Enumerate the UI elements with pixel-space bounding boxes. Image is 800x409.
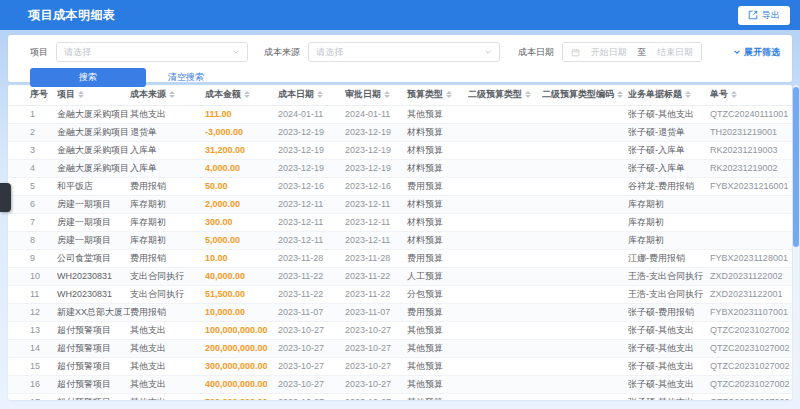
cell-doc-title: 张子硕-其他支出 bbox=[628, 321, 710, 339]
cell-cost-date: 2023-12-11 bbox=[278, 213, 345, 231]
cell-doc-title: 王浩-支出合同执行 bbox=[628, 267, 710, 285]
sort-icon[interactable] bbox=[446, 88, 452, 101]
cell-index: 14 bbox=[8, 339, 57, 357]
export-icon bbox=[748, 10, 758, 20]
cell-project: 新建XX总部大厦工程二期 bbox=[57, 303, 130, 321]
sort-icon[interactable] bbox=[384, 88, 390, 101]
table-row: 3金融大厦采购项目入库单31,200.002023-12-192023-12-1… bbox=[8, 141, 792, 159]
column-label: 二级预算类型 bbox=[468, 89, 522, 99]
cell-cost-amount: 100,000,000.00 bbox=[205, 321, 278, 339]
sort-icon[interactable] bbox=[169, 88, 175, 101]
column-header-cost-amount[interactable]: 成本金额 bbox=[205, 85, 278, 105]
sort-icon[interactable] bbox=[525, 88, 531, 101]
cell-project: 超付预警项目 bbox=[57, 357, 130, 375]
sort-icon[interactable] bbox=[685, 88, 691, 101]
cell-doc-title: 库存期初 bbox=[628, 213, 710, 231]
cell-doc-title: 张子硕-入库单 bbox=[628, 159, 710, 177]
cell-cost-amount: 400,000,000.00 bbox=[205, 375, 278, 393]
filter-panel: 项目 请选择 成本来源 请选择 成本日期 开始日期 至 结束日期 bbox=[8, 35, 792, 82]
table-row: 12新建XX总部大厦工程二期费用报销10,000.002023-11-07202… bbox=[8, 303, 792, 321]
cell-cost-amount: 500,000,000.00 bbox=[205, 393, 278, 400]
column-header-cost-source[interactable]: 成本来源 bbox=[130, 85, 205, 105]
cost-source-select[interactable]: 请选择 bbox=[308, 42, 500, 62]
cell-budget-type: 其他预算 bbox=[407, 393, 468, 400]
cell-cost-date: 2023-12-19 bbox=[278, 141, 345, 159]
cell-secondary-budget-type bbox=[468, 339, 542, 357]
export-button[interactable]: 导出 bbox=[738, 6, 790, 25]
cell-cost-date: 2023-10-27 bbox=[278, 321, 345, 339]
column-label: 二级预算类型编码 bbox=[542, 89, 614, 99]
project-select[interactable]: 请选择 bbox=[56, 42, 248, 62]
cell-doc-no: FYBX20231128001 bbox=[710, 249, 792, 267]
table-row: 6房建一期项目库存期初2,000.002023-12-112023-12-11材… bbox=[8, 195, 792, 213]
cell-cost-date: 2023-11-22 bbox=[278, 285, 345, 303]
cell-cost-date: 2023-12-19 bbox=[278, 123, 345, 141]
cell-cost-date: 2023-12-11 bbox=[278, 195, 345, 213]
cell-doc-title: 谷祥龙-费用报销 bbox=[628, 177, 710, 195]
project-select-placeholder: 请选择 bbox=[64, 46, 232, 59]
cell-doc-no: QTZC20231027002 bbox=[710, 357, 792, 375]
cell-secondary-budget-type bbox=[468, 105, 542, 123]
cell-approval-date: 2023-11-22 bbox=[345, 267, 407, 285]
column-header-cost-date[interactable]: 成本日期 bbox=[278, 85, 345, 105]
column-header-budget-type[interactable]: 预算类型 bbox=[407, 85, 468, 105]
cell-cost-amount: 51,500.00 bbox=[205, 285, 278, 303]
cell-cost-date: 2023-10-27 bbox=[278, 357, 345, 375]
cell-index: 3 bbox=[8, 141, 57, 159]
date-range-separator: 至 bbox=[637, 46, 646, 59]
sort-icon[interactable] bbox=[731, 88, 737, 101]
cell-index: 13 bbox=[8, 321, 57, 339]
cell-doc-title: 张子硕-退货单 bbox=[628, 123, 710, 141]
cell-approval-date: 2023-12-16 bbox=[345, 177, 407, 195]
side-drawer-handle[interactable] bbox=[0, 183, 11, 212]
end-date-input[interactable]: 结束日期 bbox=[657, 46, 693, 59]
cell-cost-date: 2023-11-07 bbox=[278, 303, 345, 321]
cell-cost-amount: 10.00 bbox=[205, 249, 278, 267]
search-button[interactable]: 搜索 bbox=[30, 68, 146, 87]
cell-project: 房建一期项目 bbox=[57, 195, 130, 213]
cell-cost-date: 2023-10-27 bbox=[278, 339, 345, 357]
table-row: 8房建一期项目库存期初5,000.002023-12-112023-12-11材… bbox=[8, 231, 792, 249]
chevron-down-icon bbox=[484, 48, 492, 56]
column-header-doc-no[interactable]: 单号 bbox=[710, 85, 792, 105]
cell-index: 1 bbox=[8, 105, 57, 123]
cell-secondary-budget-type bbox=[468, 195, 542, 213]
table-row: 13超付预警项目其他支出100,000,000.002023-10-272023… bbox=[8, 321, 792, 339]
cell-cost-date: 2024-01-11 bbox=[278, 105, 345, 123]
cell-doc-no: FYBX20231107001 bbox=[710, 303, 792, 321]
cell-doc-no bbox=[710, 213, 792, 231]
column-header-doc-title[interactable]: 业务单据标题 bbox=[628, 85, 710, 105]
scrollbar[interactable] bbox=[793, 85, 799, 399]
cell-project: WH20230831 bbox=[57, 267, 130, 285]
cell-secondary-budget-type-code bbox=[542, 357, 628, 375]
page-title: 项目成本明细表 bbox=[28, 7, 116, 24]
expand-filters-link[interactable]: 展开筛选 bbox=[733, 46, 780, 59]
start-date-input[interactable]: 开始日期 bbox=[591, 46, 627, 59]
cell-approval-date: 2023-10-27 bbox=[345, 339, 407, 357]
sort-icon[interactable] bbox=[78, 88, 84, 101]
cell-secondary-budget-type bbox=[468, 393, 542, 400]
cell-budget-type: 费用预算 bbox=[407, 303, 468, 321]
cell-secondary-budget-type-code bbox=[542, 321, 628, 339]
cell-cost-source: 其他支出 bbox=[130, 393, 205, 400]
cell-secondary-budget-type-code bbox=[542, 231, 628, 249]
cell-approval-date: 2023-10-27 bbox=[345, 357, 407, 375]
column-header-secondary-budget-type-code[interactable]: 二级预算类型编码 bbox=[542, 85, 628, 105]
cost-date-range-picker[interactable]: 开始日期 至 结束日期 bbox=[562, 42, 702, 62]
cell-approval-date: 2023-10-27 bbox=[345, 321, 407, 339]
cell-index: 9 bbox=[8, 249, 57, 267]
scrollbar-thumb[interactable] bbox=[793, 87, 799, 247]
cell-project: 房建一期项目 bbox=[57, 213, 130, 231]
cost-date-filter-label: 成本日期 bbox=[518, 46, 554, 59]
column-header-approval-date[interactable]: 审批日期 bbox=[345, 85, 407, 105]
sort-icon[interactable] bbox=[317, 88, 323, 101]
column-header-project[interactable]: 项目 bbox=[57, 85, 130, 105]
sort-icon[interactable] bbox=[617, 88, 623, 101]
chevron-down-icon bbox=[232, 48, 240, 56]
clear-search-link[interactable]: 清空搜索 bbox=[168, 71, 204, 84]
cell-budget-type: 其他预算 bbox=[407, 321, 468, 339]
cell-secondary-budget-type bbox=[468, 375, 542, 393]
column-header-secondary-budget-type[interactable]: 二级预算类型 bbox=[468, 85, 542, 105]
cell-secondary-budget-type-code bbox=[542, 285, 628, 303]
sort-icon[interactable] bbox=[244, 88, 250, 101]
